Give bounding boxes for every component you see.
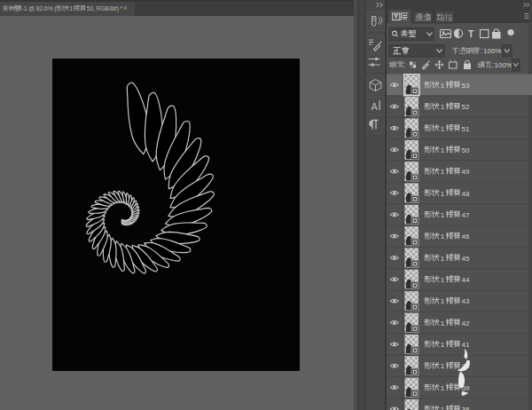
svg-text:100%: 100%	[483, 47, 501, 55]
svg-text:47: 47	[462, 211, 470, 219]
svg-text:45: 45	[462, 255, 470, 263]
svg-text:49: 49	[462, 168, 470, 176]
svg-text:1: 1	[441, 125, 445, 133]
svg-text:41: 41	[462, 341, 470, 349]
svg-text:1: 1	[441, 362, 445, 370]
svg-text:T: T	[468, 28, 474, 39]
svg-text:A: A	[372, 101, 379, 112]
svg-text:1: 1	[441, 168, 445, 176]
svg-text:1: 1	[441, 146, 445, 154]
svg-text:42: 42	[462, 319, 470, 327]
svg-text:53, RGB/8#) *: 53, RGB/8#) *	[87, 5, 123, 12]
svg-text::: :	[481, 46, 482, 55]
svg-text:38: 38	[462, 406, 470, 410]
svg-text:50: 50	[462, 146, 470, 154]
svg-text:46: 46	[462, 233, 470, 240]
svg-text:1: 1	[441, 233, 445, 240]
svg-text:52: 52	[462, 103, 470, 111]
svg-text:43: 43	[462, 297, 470, 305]
svg-text:53: 53	[462, 82, 470, 90]
svg-text:1: 1	[441, 406, 445, 410]
svg-text:1: 1	[441, 103, 445, 111]
svg-text:44: 44	[462, 276, 470, 284]
svg-text:1: 1	[441, 297, 445, 305]
svg-text:1: 1	[441, 341, 445, 349]
svg-text:1: 1	[441, 211, 445, 219]
svg-text::: :	[403, 60, 405, 69]
svg-text:1: 1	[69, 5, 73, 12]
svg-text:-1 @ 82.6% (: -1 @ 82.6% (	[22, 5, 58, 12]
svg-text:1: 1	[441, 276, 445, 284]
svg-text:51: 51	[462, 125, 470, 133]
svg-text:1: 1	[441, 190, 445, 198]
svg-text:×: ×	[123, 4, 128, 12]
svg-text:1: 1	[441, 319, 445, 327]
svg-text:100%: 100%	[495, 61, 512, 69]
svg-text:1: 1	[441, 384, 445, 392]
svg-text:48: 48	[462, 190, 470, 198]
svg-text:1: 1	[441, 82, 445, 90]
svg-text:1: 1	[441, 255, 445, 263]
